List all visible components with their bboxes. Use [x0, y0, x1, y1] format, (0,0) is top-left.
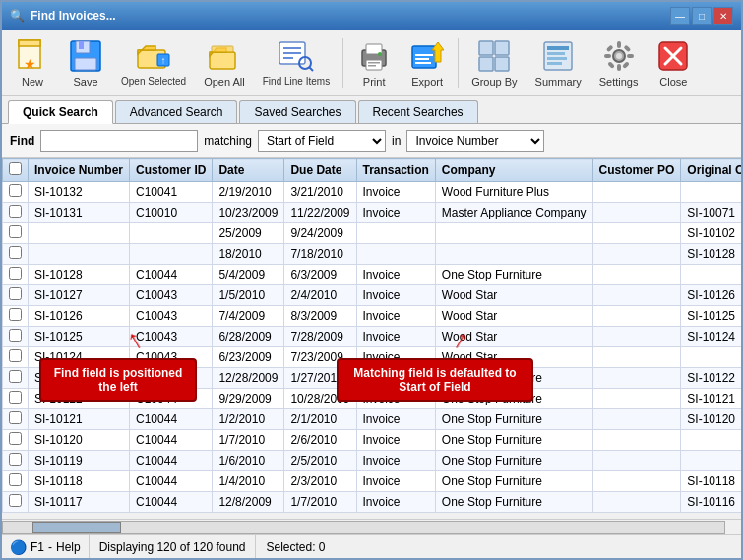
table-row[interactable]: SI-10121 C10044 1/2/2010 2/1/2010 Invoic…: [3, 409, 742, 430]
window-icon: 🔍: [10, 9, 25, 23]
table-row[interactable]: SI-10120 C10044 1/7/2010 2/6/2010 Invoic…: [3, 430, 742, 451]
tab-quick-search[interactable]: Quick Search: [8, 100, 113, 124]
svg-rect-6: [75, 58, 96, 70]
settings-button[interactable]: Settings: [592, 33, 646, 93]
row-customer-2: [130, 223, 213, 244]
row-date-13: 1/6/2010: [213, 451, 284, 471]
row-checkbox-0[interactable]: [3, 182, 29, 203]
new-label: New: [22, 76, 43, 88]
summary-icon: [540, 38, 576, 74]
row-due-4: 6/3/2009: [284, 265, 356, 285]
table-row[interactable]: SI-10118 C10044 1/4/2010 2/3/2010 Invoic…: [3, 471, 742, 492]
row-customer-15: C10044: [130, 492, 213, 513]
row-checkbox-5[interactable]: [3, 285, 29, 306]
minimize-button[interactable]: —: [670, 7, 690, 25]
table-row[interactable]: SI-10119 C10044 1/6/2010 2/5/2010 Invoic…: [3, 451, 742, 471]
row-checkbox-14[interactable]: [3, 471, 29, 492]
table-row[interactable]: SI-10131 C10010 10/23/2009 11/22/2009 In…: [3, 203, 742, 223]
svg-line-17: [309, 67, 313, 71]
row-company-11: One Stop Furniture: [435, 409, 592, 430]
row-transaction-5: Invoice: [356, 285, 435, 306]
tab-saved-searches[interactable]: Saved Searches: [239, 100, 355, 123]
horizontal-scrollbar[interactable]: [2, 521, 725, 534]
row-po-1: [592, 203, 681, 223]
row-date-7: 6/28/2009: [213, 327, 284, 347]
row-checkbox-4[interactable]: [3, 265, 29, 285]
row-orig-0: [681, 182, 741, 203]
find-input[interactable]: [40, 130, 198, 152]
row-checkbox-9[interactable]: [3, 368, 29, 389]
row-checkbox-3[interactable]: [3, 244, 29, 265]
new-button[interactable]: ★ New: [8, 33, 57, 93]
row-po-12: [592, 430, 681, 451]
row-checkbox-7[interactable]: [3, 327, 29, 347]
svg-rect-27: [415, 58, 429, 60]
svg-text:↑: ↑: [161, 55, 166, 66]
row-po-3: [592, 244, 681, 265]
table-row[interactable]: SI-10128 C10044 5/4/2009 6/3/2009 Invoic…: [3, 265, 742, 285]
open-all-button[interactable]: Open All: [197, 33, 252, 93]
row-customer-13: C10044: [130, 451, 213, 471]
row-invoice-1: SI-10131: [29, 203, 130, 223]
svg-point-39: [616, 53, 622, 59]
close-button[interactable]: Close: [649, 33, 698, 93]
find-line-items-button[interactable]: Find Line Items: [256, 33, 337, 92]
row-checkbox-12[interactable]: [3, 430, 29, 451]
in-select[interactable]: Invoice Number Customer ID Date Due Date…: [406, 130, 544, 152]
row-invoice-15: SI-10117: [29, 492, 130, 513]
title-bar: 🔍 Find Invoices... — □ ✕: [2, 2, 741, 30]
row-po-13: [592, 451, 681, 471]
row-checkbox-2[interactable]: [3, 223, 29, 244]
th-transaction: Transaction: [356, 159, 435, 182]
row-transaction-6: Invoice: [356, 306, 435, 327]
svg-rect-30: [495, 41, 509, 55]
row-customer-3: [130, 244, 213, 265]
row-checkbox-10[interactable]: [3, 389, 29, 409]
svg-rect-45: [623, 44, 631, 52]
open-selected-label: Open Selected: [121, 76, 186, 87]
row-due-12: 2/6/2010: [284, 430, 356, 451]
group-by-button[interactable]: Group By: [464, 33, 524, 93]
row-checkbox-13[interactable]: [3, 451, 29, 471]
row-customer-4: C10044: [130, 265, 213, 285]
close-window-button[interactable]: ✕: [713, 7, 733, 25]
table-row[interactable]: SI-10117 C10044 12/8/2009 1/7/2010 Invoi…: [3, 492, 742, 513]
scrollbar-thumb[interactable]: [32, 522, 121, 533]
print-button[interactable]: Print: [349, 33, 399, 93]
open-selected-icon: ↑: [136, 38, 171, 74]
row-checkbox-1[interactable]: [3, 203, 29, 223]
row-due-14: 2/3/2010: [284, 471, 356, 492]
summary-button[interactable]: Summary: [528, 33, 588, 93]
help-separator: -: [48, 540, 52, 554]
row-customer-0: C10041: [130, 182, 213, 203]
tab-recent-searches[interactable]: Recent Searches: [358, 100, 478, 123]
open-selected-button[interactable]: ↑ Open Selected: [114, 33, 193, 92]
table-row[interactable]: SI-10127 C10043 1/5/2010 2/4/2010 Invoic…: [3, 285, 742, 306]
table-row[interactable]: 25/2009 9/24/2009 SI-10102: [3, 223, 742, 244]
help-key: F1: [31, 540, 44, 554]
row-checkbox-11[interactable]: [3, 409, 29, 430]
save-button[interactable]: Save: [61, 33, 110, 93]
svg-rect-46: [607, 61, 615, 69]
row-po-8: [592, 347, 681, 368]
row-invoice-2: [29, 223, 130, 244]
select-all-checkbox[interactable]: [9, 162, 22, 175]
export-button[interactable]: Export: [402, 33, 452, 93]
table-row[interactable]: 18/2010 7/18/2010 SI-10128: [3, 244, 742, 265]
row-company-6: Wood Star: [435, 306, 592, 327]
row-transaction-14: Invoice: [356, 471, 435, 492]
maximize-button[interactable]: □: [692, 7, 712, 25]
svg-rect-1: [19, 40, 40, 46]
table-wrapper[interactable]: Invoice Number Customer ID Date Due Date…: [2, 158, 741, 519]
table-row[interactable]: SI-10132 C10041 2/19/2010 3/21/2010 Invo…: [3, 182, 742, 203]
table-row[interactable]: SI-10126 C10043 7/4/2009 8/3/2009 Invoic…: [3, 306, 742, 327]
table-row[interactable]: SI-10125 C10043 6/28/2009 7/28/2009 Invo…: [3, 327, 742, 347]
svg-rect-36: [547, 57, 567, 60]
row-invoice-3: [29, 244, 130, 265]
row-checkbox-6[interactable]: [3, 306, 29, 327]
row-checkbox-8[interactable]: [3, 347, 29, 368]
tab-advanced-search[interactable]: Advanced Search: [115, 100, 238, 123]
row-checkbox-15[interactable]: [3, 492, 29, 513]
open-all-label: Open All: [204, 76, 245, 88]
matching-select[interactable]: Start of Field Any Part of Field Exact M…: [258, 130, 386, 152]
